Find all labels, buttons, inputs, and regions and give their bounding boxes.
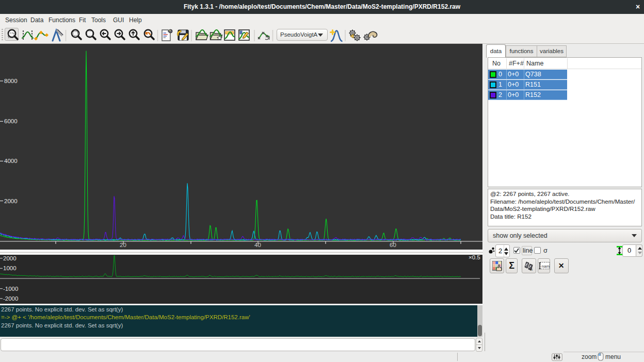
- svg-text:40: 40: [254, 242, 261, 248]
- svg-text:-2000: -2000: [3, 295, 18, 302]
- svg-text:8000: 8000: [4, 78, 18, 84]
- svg-text:2000: 2000: [3, 255, 17, 261]
- svg-text:4000: 4000: [4, 158, 18, 164]
- svg-text:×0.5: ×0.5: [469, 255, 480, 260]
- svg-text:60: 60: [390, 242, 396, 248]
- svg-text:6000: 6000: [4, 118, 18, 124]
- svg-text:n: n: [530, 268, 533, 271]
- svg-text:nam: nam: [541, 264, 550, 269]
- svg-text:2000: 2000: [4, 198, 18, 204]
- svg-text:1000: 1000: [3, 265, 17, 271]
- svg-text:-1000: -1000: [3, 286, 18, 292]
- svg-text:20: 20: [120, 242, 126, 248]
